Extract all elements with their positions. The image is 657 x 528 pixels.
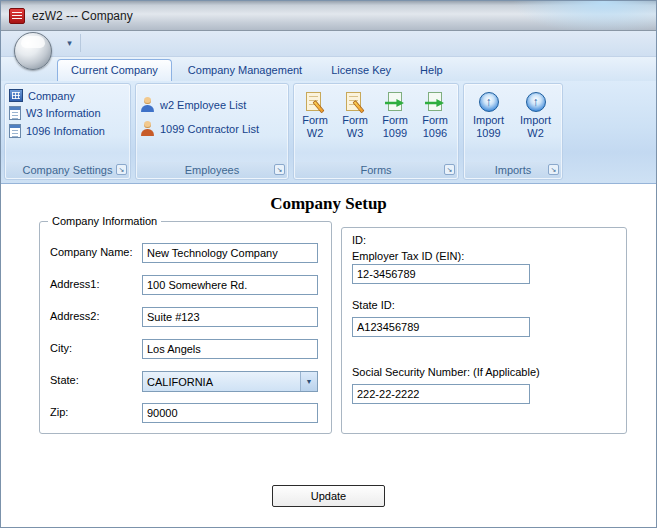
group-forms: Form W2 Form W3 Form 1099 Form 1096: [293, 83, 459, 180]
ribbon-item-label: w2 Employee List: [160, 99, 246, 111]
form-1096-icon: [425, 91, 445, 113]
dialog-launcher-icon[interactable]: ↘: [116, 164, 127, 175]
button-label-line2: W2: [527, 127, 544, 140]
button-label-line2: 1099: [383, 127, 407, 140]
button-label-line1: Import: [520, 114, 551, 127]
address2-label: Address2:: [50, 310, 100, 322]
update-button[interactable]: Update: [272, 485, 385, 507]
ribbon-item-1099-contractor-list[interactable]: 1099 Contractor List: [140, 121, 284, 136]
page-title: Company Setup: [2, 194, 655, 214]
app-logo-icon: [9, 8, 25, 24]
company-setup-panel: Company Setup Company Information Compan…: [2, 184, 655, 527]
company-icon: [9, 89, 23, 102]
ribbon-button-import-w2[interactable]: ↑ Import W2: [512, 87, 559, 140]
ribbon-button-form-1096[interactable]: Form 1096: [415, 87, 455, 140]
group-employees: w2 Employee List 1099 Contractor List Em…: [135, 83, 289, 180]
button-label-line2: 1099: [476, 127, 500, 140]
zip-input[interactable]: [142, 403, 318, 423]
button-label-line1: Form: [382, 114, 408, 127]
id-groupbox: ID: Employer Tax ID (EIN): State ID: Soc…: [341, 227, 627, 434]
form-1099-icon: [385, 91, 405, 113]
ribbon-button-form-1099[interactable]: Form 1099: [375, 87, 415, 140]
ribbon: Company W3 Information 1096 Infomation C…: [1, 81, 656, 184]
state-label: State:: [50, 374, 79, 386]
button-label-line2: 1096: [423, 127, 447, 140]
id-heading: ID:: [352, 234, 366, 246]
app-window: ezW2 --- Company ▾ Current Company Compa…: [0, 0, 657, 528]
ein-label: Employer Tax ID (EIN):: [352, 250, 464, 262]
ribbon-item-label: W3 Information: [26, 107, 101, 119]
ribbon-button-form-w2[interactable]: Form W2: [295, 87, 335, 140]
button-label-line1: Import: [473, 114, 504, 127]
group-company-settings: Company W3 Information 1096 Infomation C…: [4, 83, 131, 180]
w3-information-icon: [9, 106, 21, 120]
dialog-launcher-icon[interactable]: ↘: [444, 164, 455, 175]
tab-help[interactable]: Help: [407, 60, 456, 81]
ribbon-tab-bar: Current Company Company Management Licen…: [1, 57, 656, 81]
zip-label: Zip:: [50, 406, 68, 418]
state-select-value: CALIFORNIA: [143, 376, 300, 388]
groupbox-legend: Company Information: [48, 215, 161, 227]
button-label-line1: Form: [422, 114, 448, 127]
window-title: ezW2 --- Company: [32, 1, 133, 31]
tab-current-company[interactable]: Current Company: [57, 59, 172, 81]
company-name-label: Company Name:: [50, 246, 133, 258]
ribbon-item-label: 1096 Infomation: [26, 125, 105, 137]
address1-input[interactable]: [142, 275, 318, 295]
company-information-groupbox: Company Information Company Name: Addres…: [39, 221, 332, 434]
ribbon-button-form-w3[interactable]: Form W3: [335, 87, 375, 140]
contractor-person-icon: [140, 121, 155, 136]
group-label-employees: Employees ↘: [137, 162, 287, 178]
ssn-label: Social Security Number: (If Applicable): [352, 366, 540, 378]
form-w2-icon: [305, 91, 325, 113]
state-id-label: State ID:: [352, 299, 395, 311]
ssn-input[interactable]: [352, 384, 530, 404]
ribbon-item-1096-information[interactable]: 1096 Infomation: [9, 124, 126, 138]
company-name-input[interactable]: [142, 243, 318, 263]
state-select[interactable]: CALIFORNIA ▼: [142, 371, 318, 392]
1096-information-icon: [9, 124, 21, 138]
group-label-text: Forms: [360, 164, 391, 176]
import-w2-icon: ↑: [526, 92, 546, 112]
import-1099-icon: ↑: [479, 92, 499, 112]
city-input[interactable]: [142, 339, 318, 359]
employee-person-icon: [140, 97, 155, 112]
group-label-company-settings: Company Settings ↘: [6, 162, 129, 178]
ribbon-button-import-1099[interactable]: ↑ Import 1099: [465, 87, 512, 140]
button-label-line2: W3: [347, 127, 364, 140]
dialog-launcher-icon[interactable]: ↘: [548, 164, 559, 175]
group-label-text: Company Settings: [23, 164, 113, 176]
group-label-forms: Forms ↘: [295, 162, 457, 178]
state-id-input[interactable]: [352, 317, 530, 337]
ribbon-item-label: Company: [28, 90, 75, 102]
titlebar: ezW2 --- Company: [1, 1, 656, 31]
button-label-line2: W2: [307, 127, 324, 140]
group-imports: ↑ Import 1099 ↑ Import W2 Imports ↘: [463, 83, 563, 180]
application-menu-button[interactable]: [14, 32, 52, 70]
button-label-line1: Form: [302, 114, 328, 127]
group-label-imports: Imports ↘: [465, 162, 561, 178]
quick-access-dropdown-icon[interactable]: ▾: [59, 34, 81, 52]
group-label-text: Employees: [185, 164, 239, 176]
ribbon-item-label: 1099 Contractor List: [160, 123, 259, 135]
address2-input[interactable]: [142, 307, 318, 327]
address1-label: Address1:: [50, 278, 100, 290]
combo-arrow-icon[interactable]: ▼: [300, 372, 317, 391]
tab-company-management[interactable]: Company Management: [175, 60, 315, 81]
ribbon-item-w3-information[interactable]: W3 Information: [9, 106, 126, 120]
group-label-text: Imports: [495, 164, 532, 176]
ribbon-item-company[interactable]: Company: [9, 89, 126, 102]
ribbon-item-w2-employee-list[interactable]: w2 Employee List: [140, 97, 284, 112]
dialog-launcher-icon[interactable]: ↘: [274, 164, 285, 175]
city-label: City:: [50, 342, 72, 354]
button-label-line1: Form: [342, 114, 368, 127]
quick-access-band: [1, 31, 656, 57]
ein-input[interactable]: [352, 264, 530, 284]
tab-license-key[interactable]: License Key: [318, 60, 404, 81]
form-w3-icon: [345, 91, 365, 113]
